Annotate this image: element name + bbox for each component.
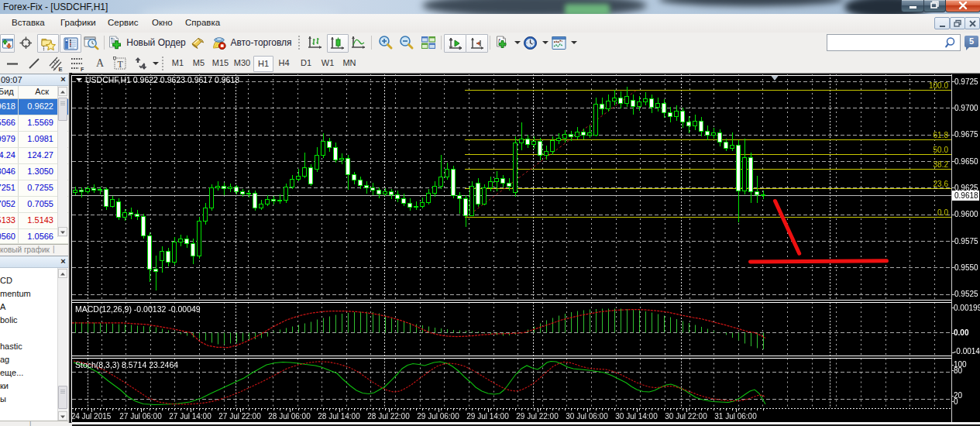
ask-value: 0.7055: [19, 199, 53, 208]
navigator-tab-separator: |: [29, 421, 31, 426]
menu-window[interactable]: Окно: [152, 18, 173, 27]
bid-value: 4.24: [0, 150, 15, 160]
equidistant-channel-button[interactable]: E: [46, 55, 65, 72]
auto-scroll-icon[interactable]: [448, 36, 463, 51]
menu-charts[interactable]: Графики: [60, 18, 96, 27]
trendline-button[interactable]: [26, 55, 43, 72]
window-close-button[interactable]: [945, 0, 980, 12]
favorites-button[interactable]: [37, 34, 59, 53]
market-watch-time: 09:07: [1, 75, 22, 84]
price-chart-canvas[interactable]: [68, 73, 980, 426]
child-minimize-button[interactable]: [934, 17, 950, 29]
new-order-label: Новый Ордер: [126, 37, 185, 48]
window-minimize-button[interactable]: [901, 0, 924, 12]
periods-button[interactable]: [522, 34, 548, 51]
new-order-icon: [108, 36, 122, 50]
periods-clock-icon: [523, 36, 538, 50]
menu-help[interactable]: Справка: [185, 18, 220, 27]
timeframe-m5[interactable]: M5: [191, 56, 206, 70]
timeframe-m1[interactable]: M1: [170, 56, 185, 70]
fibonacci-button[interactable]: F: [69, 55, 88, 72]
fibonacci-letter: F: [81, 66, 84, 71]
tile-windows-button[interactable]: [418, 34, 438, 51]
title-bar[interactable]: Forex-Fix - [USDCHF,H1]: [0, 0, 980, 14]
scroll-down-icon[interactable]: [58, 227, 67, 236]
arrows-tool-button[interactable]: [133, 55, 160, 72]
new-chart-button[interactable]: [0, 34, 15, 53]
ask-value: 124.27: [19, 150, 53, 160]
timeframe-mn[interactable]: MN: [340, 56, 359, 70]
trendline-icon: [28, 57, 40, 70]
timeframe-m15[interactable]: M15: [211, 56, 230, 70]
menu-insert[interactable]: Вставка: [12, 18, 45, 27]
scroll-down-icon[interactable]: [58, 411, 67, 421]
market-watch-close-icon[interactable]: ×: [59, 75, 67, 84]
auto-scroll-button[interactable]: [444, 34, 466, 53]
zoom-out-button[interactable]: [397, 34, 416, 51]
child-restore-button[interactable]: [950, 17, 965, 29]
market-watch-scrollbar[interactable]: [57, 86, 67, 237]
application-window: Forex-Fix - [USDCHF,H1] Вставка Графики …: [0, 0, 980, 426]
scroll-up-icon[interactable]: [58, 269, 67, 278]
chart-shift-icon: [469, 36, 485, 51]
bid-value: 5566: [0, 118, 15, 127]
scroll-up-icon[interactable]: [58, 87, 67, 96]
tile-windows-icon: [421, 36, 436, 50]
candlestick-chart-button[interactable]: [327, 34, 349, 53]
experts-button[interactable]: [189, 34, 206, 51]
timeframe-m30[interactable]: M30: [232, 56, 252, 70]
chart-shift-button[interactable]: [466, 34, 488, 53]
menu-service[interactable]: Сервис: [108, 18, 138, 27]
zoom-in-button[interactable]: [376, 34, 395, 51]
market-watch-tabs[interactable]: ковый график |: [0, 244, 69, 256]
market-watch-toggle-button[interactable]: [60, 34, 81, 53]
menu-bar: Вставка Графики Сервис Окно Справка: [0, 14, 980, 33]
child-close-button[interactable]: [965, 17, 980, 29]
crosshair-button[interactable]: [19, 34, 33, 51]
market-watch-header[interactable]: 09:07 ×: [0, 74, 69, 86]
line-chart-button[interactable]: [349, 34, 368, 51]
crosshair-icon: [19, 36, 33, 50]
templates-button[interactable]: [551, 34, 577, 51]
text-tool-button[interactable]: A: [92, 55, 108, 72]
market-watch-panel-icon: [64, 37, 78, 50]
ask-value: 1.5569: [19, 118, 53, 127]
experts-ribbon-icon: [191, 36, 205, 50]
timeframe-h1[interactable]: H1: [253, 56, 273, 72]
data-window-button[interactable]: [82, 34, 101, 51]
horizontal-line-button[interactable]: [4, 55, 21, 72]
tick-chart-tab[interactable]: ковый график: [0, 246, 50, 254]
ask-value: 0.9622: [19, 101, 53, 111]
bar-chart-button[interactable]: [306, 34, 325, 51]
text-label-button[interactable]: T: [112, 55, 129, 72]
navigator-panel: × CDmentumAbolichasticagеще...киы: [0, 256, 70, 422]
bid-value: 9979: [0, 134, 15, 143]
candlestick-chart-icon: [330, 36, 346, 51]
channel-letter: E: [59, 65, 63, 71]
notifications-badge[interactable]: 5: [965, 36, 978, 47]
search-input[interactable]: [827, 34, 961, 51]
favorites-folder-star-icon: [40, 36, 57, 51]
timeframe-w1[interactable]: W1: [319, 56, 336, 70]
bid-value: 0560: [0, 232, 15, 241]
timeframe-d1[interactable]: D1: [298, 56, 314, 70]
autotrading-button[interactable]: Авто-торговля: [210, 34, 294, 51]
search-icon[interactable]: [945, 36, 958, 49]
timeframe-h4[interactable]: H4: [276, 56, 292, 70]
market-watch-panel: 09:07 × Бид Аск 96180.962255661.55699979…: [0, 74, 70, 249]
ask-value: 1.3050: [19, 167, 53, 176]
autotrading-icon: [211, 36, 226, 50]
new-order-button[interactable]: Новый Ордер: [108, 34, 186, 51]
navigator-close-icon[interactable]: ×: [59, 257, 67, 266]
label-letter: T: [117, 59, 123, 70]
navigator-header[interactable]: ×: [0, 256, 69, 268]
indicators-button[interactable]: f: [494, 34, 521, 51]
bid-value: 5133: [0, 215, 15, 225]
arrows-tool-icon: [134, 57, 149, 70]
search-value: [827, 38, 830, 47]
equidistant-channel-icon: E: [48, 57, 64, 71]
bid-column-header: Бид: [0, 87, 14, 96]
navigator-scrollbar[interactable]: [57, 268, 67, 421]
window-restore-button[interactable]: [923, 0, 946, 12]
templates-icon: [552, 36, 566, 50]
